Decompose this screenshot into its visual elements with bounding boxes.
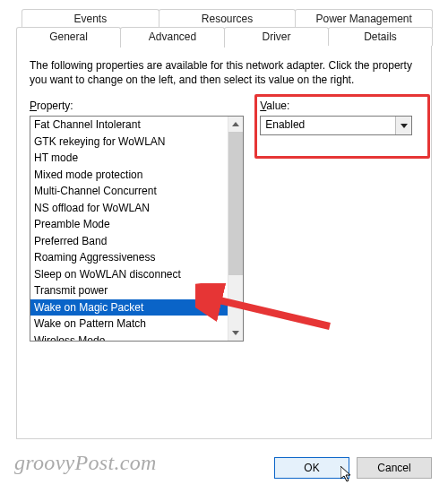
advanced-tab-panel: The following properties are available f… — [16, 45, 432, 439]
ok-button[interactable]: OK — [274, 457, 349, 479]
list-item[interactable]: NS offload for WoWLAN — [30, 200, 228, 217]
scroll-thumb[interactable] — [228, 132, 243, 275]
scroll-down-button[interactable] — [228, 325, 243, 341]
list-item[interactable]: GTK rekeying for WoWLAN — [30, 134, 228, 151]
watermark: groovyPost.com — [14, 451, 157, 475]
property-listbox[interactable]: Fat Channel IntolerantGTK rekeying for W… — [30, 116, 244, 342]
tab-events[interactable]: Events — [22, 9, 159, 28]
list-item[interactable]: Mixed mode protection — [30, 167, 228, 184]
dialog-button-bar: OK Cancel — [274, 457, 432, 479]
tab-resources[interactable]: Resources — [159, 9, 297, 28]
cancel-button[interactable]: Cancel — [357, 457, 432, 479]
panel-description: The following properties are available f… — [30, 58, 418, 87]
tab-general[interactable]: General — [16, 27, 121, 46]
list-item[interactable]: Preferred Band — [30, 233, 228, 250]
listbox-scrollbar[interactable] — [228, 117, 243, 341]
tab-driver[interactable]: Driver — [224, 27, 329, 46]
list-item[interactable]: HT mode — [30, 150, 228, 167]
list-item[interactable]: Sleep on WoWLAN disconnect — [30, 266, 228, 283]
list-item[interactable]: Preamble Mode — [30, 216, 228, 233]
property-label: Property: — [30, 99, 244, 112]
device-properties-dialog: EventsResourcesPower Management GeneralA… — [0, 0, 448, 493]
list-item[interactable]: Transmit power — [30, 282, 228, 299]
list-item[interactable]: Fat Channel Intolerant — [30, 117, 228, 134]
scroll-up-button[interactable] — [228, 117, 243, 132]
dropdown-button[interactable] — [395, 117, 411, 134]
value-dropdown-selected: Enabled — [261, 117, 395, 134]
list-item[interactable]: Roaming Aggressiveness — [30, 249, 228, 266]
tab-advanced[interactable]: Advanced — [120, 27, 225, 48]
tab-power-management[interactable]: Power Management — [295, 9, 433, 28]
tab-strip: EventsResourcesPower Management GeneralA… — [16, 9, 432, 46]
tab-details[interactable]: Details — [328, 27, 433, 46]
list-item[interactable]: Multi-Channel Concurrent — [30, 183, 228, 200]
list-item[interactable]: Wake on Magic Packet — [30, 299, 228, 316]
list-item[interactable]: Wireless Mode — [30, 333, 228, 342]
list-item[interactable]: Wake on Pattern Match — [30, 316, 228, 333]
value-label: Value: — [260, 99, 418, 112]
value-dropdown[interactable]: Enabled — [260, 116, 412, 135]
